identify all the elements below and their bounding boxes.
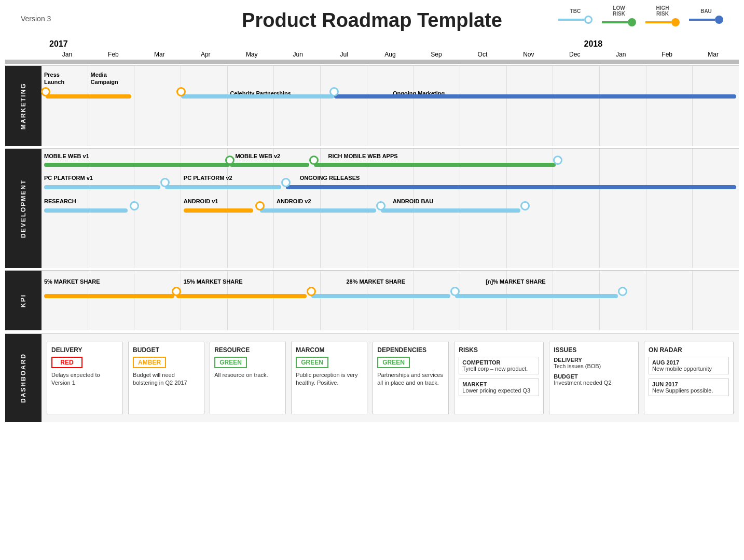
- risk-2-title: MARKET: [462, 381, 535, 387]
- delivery-text: Delays expected to Version 1: [51, 371, 118, 387]
- ms-pc-v2: [281, 178, 291, 187]
- radar-2-date: JUN 2017: [652, 381, 725, 387]
- dependencies-status: GREEN: [377, 357, 410, 368]
- risk-item-2: MARKET Lower pricing expected Q3: [459, 379, 539, 396]
- ongoing-releases-label: ONGOING RELEASES: [300, 175, 360, 181]
- legend-low-risk: LOWRISK: [602, 5, 636, 26]
- android-v1-bar: [184, 208, 253, 213]
- issues-title: ISSUES: [554, 346, 634, 354]
- month-mar2018: Mar: [690, 51, 736, 58]
- rich-mobile-bar: [314, 163, 556, 167]
- risk-1-title: COMPETITOR: [462, 359, 535, 366]
- radar-1-date: AUG 2017: [652, 359, 725, 366]
- marketing-bar-2: [181, 94, 335, 99]
- ms-kpi-15: [307, 287, 316, 296]
- timeline-divider: [5, 60, 739, 64]
- risk-2-text: Lower pricing expected Q3: [462, 387, 535, 394]
- development-label: DEVELOPMENT: [5, 149, 42, 268]
- kpi-n-bar: [455, 294, 618, 298]
- month-nov: Nov: [505, 51, 552, 58]
- version-label: Version 3: [21, 15, 51, 23]
- kpi-5-bar: [44, 294, 174, 298]
- research-label: RESEARCH: [44, 198, 76, 204]
- month-feb2018: Feb: [644, 51, 690, 58]
- dashboard-content: DELIVERY RED Delays expected to Version …: [42, 334, 739, 422]
- issue-2-title: BUDGET: [554, 373, 634, 380]
- month-may: May: [229, 51, 275, 58]
- radar-2-text: New Suppliers possible.: [652, 387, 725, 394]
- ms-jun-lightblue: [329, 87, 339, 96]
- legend: TBC LOWRISK HIGHRISK BAU: [558, 5, 723, 26]
- ms-kpi-5: [172, 287, 181, 296]
- resource-title: RESOURCE: [214, 346, 281, 354]
- issue-1-title: DELIVERY: [554, 357, 634, 363]
- budget-title: BUDGET: [133, 346, 200, 354]
- android-bau-bar: [381, 208, 520, 213]
- kpi-content: 5% MARKET SHARE 15% MARKET SHARE 28% MAR…: [42, 271, 739, 330]
- risk-item-1: COMPETITOR Tyrell corp – new product.: [459, 357, 539, 374]
- dependencies-card: DEPENDENCIES GREEN Partnerships and serv…: [373, 342, 449, 414]
- radar-card: ON RADAR AUG 2017 New mobile opportunity…: [644, 342, 734, 414]
- marcom-title: MARCOM: [296, 346, 363, 354]
- pc-platform-v1-bar: [44, 185, 160, 189]
- month-apr: Apr: [183, 51, 229, 58]
- resource-card: RESOURCE GREEN All resource on track.: [210, 342, 286, 414]
- resource-text: All resource on track.: [214, 371, 281, 379]
- year-2018: 2018: [584, 39, 603, 49]
- issue-1-text: Tech issues (BOB): [554, 363, 634, 369]
- page-header: Version 3 Product Roadmap Template TBC L…: [0, 0, 744, 37]
- ms-mar-orange: [176, 87, 186, 96]
- radar-title: ON RADAR: [649, 346, 729, 354]
- ms-android-bau: [520, 201, 530, 211]
- ms-android-v1: [255, 201, 265, 211]
- marketing-section: MARKETING PressLaunch MediaCampaign: [5, 65, 739, 146]
- kpi-label: KPI: [5, 271, 42, 330]
- marketing-bar-3: [334, 94, 736, 99]
- press-launch-label: PressLaunch: [44, 71, 64, 86]
- legend-bau: BAU: [689, 8, 723, 24]
- dashboard-section: DASHBOARD DELIVERY RED Delays expected t…: [5, 333, 739, 422]
- ms-kpi-28: [450, 287, 460, 296]
- issue-item-1: DELIVERY Tech issues (BOB): [554, 357, 634, 369]
- kpi-28-bar: [311, 294, 451, 298]
- delivery-status: RED: [51, 357, 82, 368]
- dashboard-label: DASHBOARD: [5, 334, 42, 422]
- issue-item-2: BUDGET Investment needed Q2: [554, 373, 634, 386]
- android-v2-label: ANDROID v2: [277, 198, 311, 204]
- pc-platform-v2-bar: [165, 185, 281, 189]
- year-2017: 2017: [49, 39, 68, 49]
- kpi-28-label: 28% MARKET SHARE: [346, 278, 405, 285]
- month-jan2018: Jan: [598, 51, 644, 58]
- mobile-web-v1-bar: [44, 163, 230, 167]
- marcom-status: GREEN: [296, 357, 328, 368]
- marketing-content: PressLaunch MediaCampaign Celebrity Part…: [42, 66, 739, 146]
- rich-mobile-label: RICH MOBILE WEB APPS: [328, 153, 398, 159]
- issues-card: ISSUES DELIVERY Tech issues (BOB) BUDGET…: [549, 342, 639, 414]
- marcom-text: Public perception is very healthy. Posit…: [296, 371, 363, 387]
- ms-jan-orange: [41, 87, 50, 96]
- month-mar: Mar: [136, 51, 183, 58]
- ms-mobile-web-v1: [225, 156, 235, 165]
- android-v1-label: ANDROID v1: [184, 198, 218, 204]
- month-sep: Sep: [414, 51, 460, 58]
- ms-android-v2: [376, 201, 385, 211]
- ms-research: [130, 201, 139, 211]
- kpi-section: KPI 5% MARKET SHARE 15% MARKET SHARE: [5, 270, 739, 330]
- resource-status: GREEN: [214, 357, 247, 368]
- kpi-15-label: 15% MARKET SHARE: [184, 278, 243, 285]
- timeline-header-row: 2017 2018 Jan Feb Mar Apr May Jun Jul Au…: [5, 39, 739, 58]
- ms-rich-mobile: [553, 156, 562, 165]
- marcom-card: MARCOM GREEN Public perception is very h…: [291, 342, 367, 414]
- month-feb: Feb: [90, 51, 136, 58]
- research-bar: [44, 208, 128, 213]
- risks-title: RISKS: [459, 346, 539, 354]
- month-jan: Jan: [44, 51, 90, 58]
- month-row: Jan Feb Mar Apr May Jun Jul Aug Sep Oct …: [44, 51, 736, 58]
- budget-status: AMBER: [133, 357, 166, 368]
- radar-item-1: AUG 2017 New mobile opportunity: [649, 357, 729, 374]
- kpi-5-label: 5% MARKET SHARE: [44, 278, 100, 285]
- month-aug: Aug: [367, 51, 414, 58]
- marketing-label: MARKETING: [5, 66, 42, 146]
- budget-card: BUDGET AMBER Budget will need bolstering…: [128, 342, 204, 414]
- budget-text: Budget will need bolstering in Q2 2017: [133, 371, 200, 387]
